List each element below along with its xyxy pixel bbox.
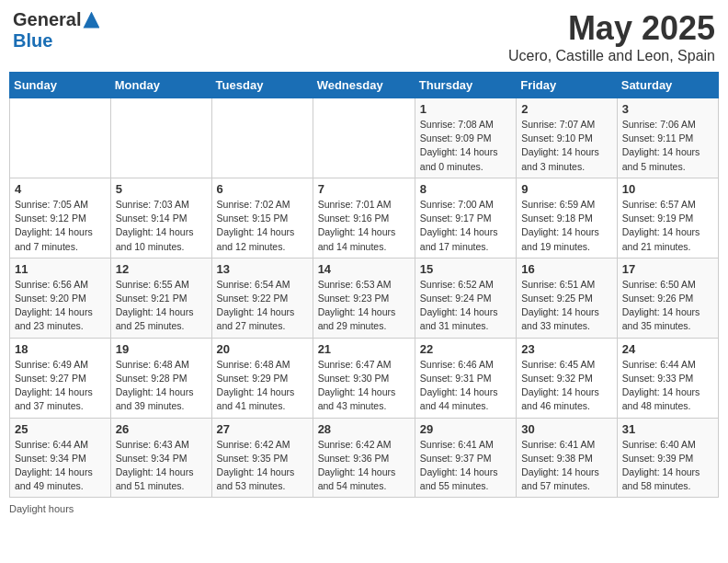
day-info: Sunrise: 6:48 AM Sunset: 9:29 PM Dayligh… — [217, 358, 308, 414]
day-number: 23 — [521, 342, 612, 356]
calendar-cell: 12Sunrise: 6:55 AM Sunset: 9:21 PM Dayli… — [110, 258, 211, 338]
calendar-cell — [211, 98, 313, 178]
day-info: Sunrise: 7:05 AM Sunset: 9:12 PM Dayligh… — [15, 198, 106, 254]
calendar-cell — [313, 98, 415, 178]
day-number: 19 — [116, 342, 207, 356]
calendar-body: 1Sunrise: 7:08 AM Sunset: 9:09 PM Daylig… — [10, 98, 719, 498]
day-number: 13 — [217, 262, 308, 276]
calendar-cell: 27Sunrise: 6:42 AM Sunset: 9:35 PM Dayli… — [211, 418, 313, 498]
calendar-cell: 24Sunrise: 6:44 AM Sunset: 9:33 PM Dayli… — [617, 338, 718, 418]
day-info: Sunrise: 6:51 AM Sunset: 9:25 PM Dayligh… — [521, 278, 612, 334]
day-info: Sunrise: 6:54 AM Sunset: 9:22 PM Dayligh… — [217, 278, 308, 334]
calendar-cell: 26Sunrise: 6:43 AM Sunset: 9:34 PM Dayli… — [110, 418, 211, 498]
calendar-cell: 14Sunrise: 6:53 AM Sunset: 9:23 PM Dayli… — [313, 258, 415, 338]
day-info: Sunrise: 6:40 AM Sunset: 9:39 PM Dayligh… — [622, 438, 713, 494]
calendar-cell: 1Sunrise: 7:08 AM Sunset: 9:09 PM Daylig… — [415, 98, 516, 178]
day-number: 20 — [217, 342, 308, 356]
day-number: 11 — [15, 262, 106, 276]
calendar-cell: 15Sunrise: 6:52 AM Sunset: 9:24 PM Dayli… — [415, 258, 516, 338]
calendar-col-saturday: Saturday — [617, 73, 718, 98]
day-number: 10 — [622, 182, 713, 196]
calendar-cell: 28Sunrise: 6:42 AM Sunset: 9:36 PM Dayli… — [313, 418, 415, 498]
logo-general-text: General — [13, 9, 81, 30]
day-number: 15 — [420, 262, 511, 276]
day-info: Sunrise: 7:00 AM Sunset: 9:17 PM Dayligh… — [420, 198, 511, 254]
calendar-cell: 19Sunrise: 6:48 AM Sunset: 9:28 PM Dayli… — [110, 338, 211, 418]
day-number: 12 — [116, 262, 207, 276]
day-number: 24 — [622, 342, 713, 356]
day-info: Sunrise: 6:49 AM Sunset: 9:27 PM Dayligh… — [15, 358, 106, 414]
calendar-week-2: 4Sunrise: 7:05 AM Sunset: 9:12 PM Daylig… — [10, 178, 719, 258]
day-number: 7 — [318, 182, 410, 196]
calendar-col-sunday: Sunday — [10, 73, 111, 98]
day-number: 2 — [521, 102, 612, 116]
calendar-cell: 31Sunrise: 6:40 AM Sunset: 9:39 PM Dayli… — [617, 418, 718, 498]
calendar-cell: 17Sunrise: 6:50 AM Sunset: 9:26 PM Dayli… — [617, 258, 718, 338]
day-number: 27 — [217, 422, 308, 436]
calendar-cell: 7Sunrise: 7:01 AM Sunset: 9:16 PM Daylig… — [313, 178, 415, 258]
day-number: 8 — [420, 182, 511, 196]
header: General Blue May 2025 Ucero, Castille an… — [9, 9, 719, 64]
day-number: 17 — [622, 262, 713, 276]
day-number: 9 — [521, 182, 612, 196]
calendar-cell: 9Sunrise: 6:59 AM Sunset: 9:18 PM Daylig… — [517, 178, 618, 258]
day-number: 31 — [622, 422, 713, 436]
day-info: Sunrise: 7:08 AM Sunset: 9:09 PM Dayligh… — [420, 118, 511, 174]
calendar-cell: 13Sunrise: 6:54 AM Sunset: 9:22 PM Dayli… — [211, 258, 313, 338]
footer-note: Daylight hours — [9, 503, 719, 514]
calendar-week-3: 11Sunrise: 6:56 AM Sunset: 9:20 PM Dayli… — [10, 258, 719, 338]
day-info: Sunrise: 6:43 AM Sunset: 9:34 PM Dayligh… — [116, 438, 207, 494]
day-number: 6 — [217, 182, 308, 196]
day-info: Sunrise: 6:46 AM Sunset: 9:31 PM Dayligh… — [420, 358, 511, 414]
day-number: 26 — [116, 422, 207, 436]
calendar-cell: 2Sunrise: 7:07 AM Sunset: 9:10 PM Daylig… — [517, 98, 618, 178]
calendar-col-monday: Monday — [110, 73, 211, 98]
calendar-col-friday: Friday — [517, 73, 618, 98]
calendar-week-5: 25Sunrise: 6:44 AM Sunset: 9:34 PM Dayli… — [10, 418, 719, 498]
calendar-col-wednesday: Wednesday — [313, 73, 415, 98]
logo-icon — [83, 12, 99, 29]
day-info: Sunrise: 6:53 AM Sunset: 9:23 PM Dayligh… — [318, 278, 410, 334]
day-info: Sunrise: 7:03 AM Sunset: 9:14 PM Dayligh… — [116, 198, 207, 254]
calendar-cell: 11Sunrise: 6:56 AM Sunset: 9:20 PM Dayli… — [10, 258, 111, 338]
calendar-cell: 4Sunrise: 7:05 AM Sunset: 9:12 PM Daylig… — [10, 178, 111, 258]
logo: General Blue — [13, 9, 99, 52]
day-number: 25 — [15, 422, 106, 436]
calendar-cell — [10, 98, 111, 178]
calendar-col-thursday: Thursday — [415, 73, 516, 98]
day-info: Sunrise: 6:52 AM Sunset: 9:24 PM Dayligh… — [420, 278, 511, 334]
day-number: 1 — [420, 102, 511, 116]
calendar-cell: 18Sunrise: 6:49 AM Sunset: 9:27 PM Dayli… — [10, 338, 111, 418]
calendar-cell: 20Sunrise: 6:48 AM Sunset: 9:29 PM Dayli… — [211, 338, 313, 418]
day-number: 28 — [318, 422, 410, 436]
day-info: Sunrise: 7:07 AM Sunset: 9:10 PM Dayligh… — [521, 118, 612, 174]
day-number: 18 — [15, 342, 106, 356]
calendar-cell: 29Sunrise: 6:41 AM Sunset: 9:37 PM Dayli… — [415, 418, 516, 498]
calendar-cell: 23Sunrise: 6:45 AM Sunset: 9:32 PM Dayli… — [517, 338, 618, 418]
day-number: 29 — [420, 422, 511, 436]
calendar-cell — [110, 98, 211, 178]
day-number: 21 — [318, 342, 410, 356]
calendar-cell: 3Sunrise: 7:06 AM Sunset: 9:11 PM Daylig… — [617, 98, 718, 178]
day-number: 4 — [15, 182, 106, 196]
calendar-table: SundayMondayTuesdayWednesdayThursdayFrid… — [9, 72, 719, 498]
calendar-cell: 16Sunrise: 6:51 AM Sunset: 9:25 PM Dayli… — [517, 258, 618, 338]
calendar-cell: 22Sunrise: 6:46 AM Sunset: 9:31 PM Dayli… — [415, 338, 516, 418]
day-info: Sunrise: 6:48 AM Sunset: 9:28 PM Dayligh… — [116, 358, 207, 414]
day-info: Sunrise: 6:42 AM Sunset: 9:36 PM Dayligh… — [318, 438, 410, 494]
calendar-cell: 6Sunrise: 7:02 AM Sunset: 9:15 PM Daylig… — [211, 178, 313, 258]
calendar-cell: 5Sunrise: 7:03 AM Sunset: 9:14 PM Daylig… — [110, 178, 211, 258]
day-info: Sunrise: 6:59 AM Sunset: 9:18 PM Dayligh… — [521, 198, 612, 254]
day-info: Sunrise: 6:55 AM Sunset: 9:21 PM Dayligh… — [116, 278, 207, 334]
day-info: Sunrise: 6:56 AM Sunset: 9:20 PM Dayligh… — [15, 278, 106, 334]
location-title: Ucero, Castille and Leon, Spain — [508, 48, 715, 64]
calendar-cell: 30Sunrise: 6:41 AM Sunset: 9:38 PM Dayli… — [517, 418, 618, 498]
day-info: Sunrise: 6:44 AM Sunset: 9:34 PM Dayligh… — [15, 438, 106, 494]
day-number: 5 — [116, 182, 207, 196]
calendar-cell: 25Sunrise: 6:44 AM Sunset: 9:34 PM Dayli… — [10, 418, 111, 498]
day-number: 3 — [622, 102, 713, 116]
title-area: May 2025 Ucero, Castille and Leon, Spain — [508, 9, 715, 64]
calendar-cell: 10Sunrise: 6:57 AM Sunset: 9:19 PM Dayli… — [617, 178, 718, 258]
month-title: May 2025 — [508, 9, 715, 48]
calendar-week-4: 18Sunrise: 6:49 AM Sunset: 9:27 PM Dayli… — [10, 338, 719, 418]
